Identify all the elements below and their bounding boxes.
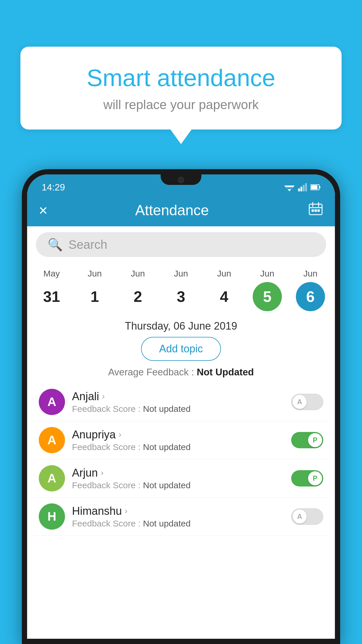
cal-month-0: May [43,269,60,279]
toggle-thumb-2: P [308,471,322,485]
chevron-icon-2: › [101,468,103,477]
cal-date-5[interactable]: 5 [253,282,282,311]
hero-subtitle: will replace your paperwork [44,97,318,112]
student-item-3[interactable]: HHimanshu ›Feedback Score : Not updatedA [33,498,329,536]
svg-rect-3 [298,188,300,191]
app-title: Attendance [45,202,299,219]
attendance-toggle-2[interactable]: P [291,470,323,487]
svg-rect-8 [319,186,320,188]
cal-date-2[interactable]: 2 [123,282,152,311]
svg-rect-16 [317,209,320,212]
student-item-1[interactable]: AAnupriya ›Feedback Score : Not updatedP [33,421,329,459]
signal-icon [298,183,307,191]
attendance-toggle-1[interactable]: P [291,432,323,448]
cal-date-3[interactable]: 3 [166,282,196,311]
student-feedback-3: Feedback Score : Not updated [72,519,284,528]
search-icon: 🔍 [48,237,63,252]
phone-notch [161,174,201,185]
toggle-container-0[interactable]: A [291,394,323,410]
toggle-thumb-1: P [308,433,322,447]
calendar-day-3[interactable]: Jun3 [162,269,200,311]
avg-feedback-value: Not Updated [197,367,254,377]
search-bar[interactable]: 🔍 Search [36,232,326,257]
student-avatar-0: A [39,389,65,415]
svg-rect-15 [314,209,317,212]
avg-feedback: Average Feedback : Not Updated [27,367,335,378]
speech-bubble: Smart attendance will replace your paper… [20,47,342,130]
cal-month-2: Jun [131,269,145,279]
wifi-icon [284,183,295,191]
student-feedback-2: Feedback Score : Not updated [72,480,284,490]
calendar-day-0[interactable]: May31 [33,269,71,311]
cal-month-1: Jun [88,269,102,279]
app-bar: × Attendance [27,194,335,226]
attendance-toggle-3[interactable]: A [291,508,323,525]
calendar-day-4[interactable]: Jun4 [205,269,243,311]
student-item-2[interactable]: AArjun ›Feedback Score : Not updatedP [33,459,329,498]
calendar-icon[interactable] [308,201,323,219]
toggle-thumb-3: A [293,510,307,524]
svg-rect-5 [303,185,305,191]
attendance-toggle-0[interactable]: A [291,394,323,410]
student-info-3: Himanshu ›Feedback Score : Not updated [72,505,284,528]
cal-date-0[interactable]: 31 [37,282,66,311]
student-name-0: Anjali › [72,390,284,403]
add-topic-button[interactable]: Add topic [141,337,221,361]
status-icons [284,183,320,191]
calendar-day-2[interactable]: Jun2 [119,269,157,311]
student-feedback-1: Feedback Score : Not updated [72,442,284,452]
chevron-icon-3: › [125,506,127,516]
student-name-1: Anupriya › [72,428,284,441]
student-name-2: Arjun › [72,467,284,479]
chevron-icon-0: › [102,392,105,401]
cal-date-6[interactable]: 6 [296,282,325,311]
cal-month-5: Jun [260,269,274,279]
cal-month-3: Jun [174,269,188,279]
student-info-2: Arjun ›Feedback Score : Not updated [72,467,284,490]
battery-icon [310,184,320,190]
student-avatar-1: A [39,427,65,453]
svg-marker-2 [288,189,291,191]
phone-screen: 14:29 [27,174,335,639]
svg-rect-14 [312,209,314,212]
student-info-1: Anupriya ›Feedback Score : Not updated [72,428,284,452]
hero-title: Smart attendance [44,64,318,92]
svg-rect-6 [305,183,307,191]
toggle-thumb-0: A [293,395,307,409]
student-feedback-0: Feedback Score : Not updated [72,404,284,414]
phone-frame: 14:29 [22,169,340,644]
status-time: 14:29 [42,182,65,193]
toggle-container-3[interactable]: A [291,508,323,525]
student-name-3: Himanshu › [72,505,284,517]
avg-feedback-label: Average Feedback : [108,367,197,377]
student-item-0[interactable]: AAnjali ›Feedback Score : Not updatedA [33,383,329,421]
front-camera [178,177,184,183]
student-list: AAnjali ›Feedback Score : Not updatedAAA… [27,383,335,536]
toggle-container-1[interactable]: P [291,432,323,448]
calendar-day-1[interactable]: Jun1 [76,269,114,311]
student-avatar-3: H [39,503,65,530]
cal-date-4[interactable]: 4 [210,282,239,311]
selected-date: Thursday, 06 June 2019 [27,320,335,332]
chevron-icon-1: › [119,430,121,439]
svg-rect-4 [301,187,302,191]
student-info-0: Anjali ›Feedback Score : Not updated [72,390,284,414]
cal-date-1[interactable]: 1 [80,282,109,311]
svg-rect-9 [311,185,317,189]
cal-month-4: Jun [217,269,231,279]
search-placeholder: Search [68,238,107,252]
calendar-strip: May31Jun1Jun2Jun3Jun4Jun5Jun6 [27,263,335,314]
toggle-container-2[interactable]: P [291,470,323,487]
cal-month-6: Jun [303,269,317,279]
calendar-day-6[interactable]: Jun6 [291,269,329,311]
student-avatar-2: A [39,465,65,491]
calendar-day-5[interactable]: Jun5 [248,269,286,311]
